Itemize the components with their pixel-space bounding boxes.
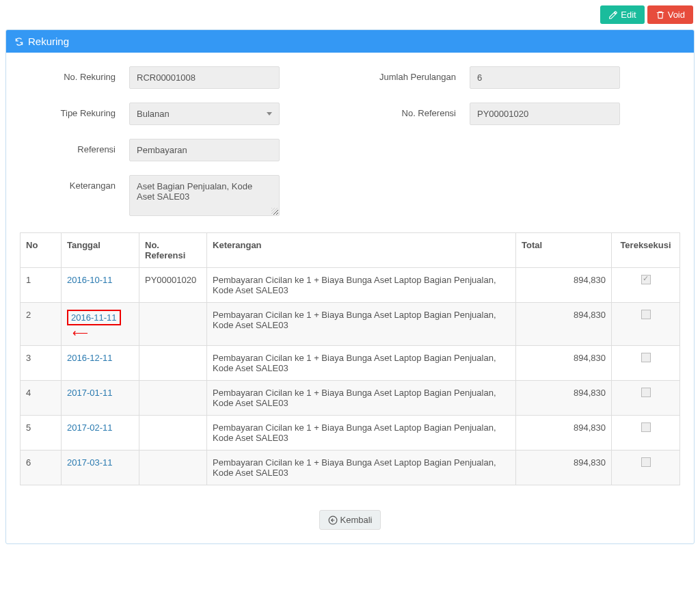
executed-checkbox[interactable] [641, 310, 651, 319]
cell-no: 3 [21, 346, 62, 381]
cell-no: 1 [21, 268, 62, 303]
cell-no-referensi: PY00001020 [139, 268, 207, 303]
resize-handle-icon[interactable] [271, 208, 278, 215]
table-row: 32016-12-11Pembayaran Cicilan ke 1 + Bia… [21, 346, 680, 381]
row-no-rekuring: No. Rekuring RCR00001008 [20, 66, 340, 89]
top-actions: Edit Void [5, 5, 695, 24]
cell-total: 894,830 [516, 451, 612, 485]
date-link[interactable]: 2016-11-11 [71, 312, 117, 323]
date-link[interactable]: 2016-12-11 [67, 353, 113, 363]
rekuring-panel: Rekuring No. Rekuring RCR00001008 Tipe R… [5, 29, 695, 544]
cell-total: 894,830 [516, 381, 612, 416]
field-referensi: Pembayaran [129, 139, 280, 161]
cell-tanggal: 2016-11-11⟵ [62, 303, 139, 346]
table-row: 62017-03-11Pembayaran Cicilan ke 1 + Bia… [21, 451, 680, 485]
chevron-down-icon [267, 112, 272, 116]
table-row: 22016-11-11⟵Pembayaran Cicilan ke 1 + Bi… [21, 303, 680, 346]
panel-header: Rekuring [6, 30, 694, 53]
panel-body: No. Rekuring RCR00001008 Tipe Rekuring B… [6, 53, 694, 543]
th-no-referensi: No. Referensi [139, 233, 207, 268]
th-tereksekusi: Tereksekusi [612, 233, 680, 268]
executed-checkbox[interactable] [641, 457, 651, 467]
cell-total: 894,830 [516, 268, 612, 303]
field-keterangan: Aset Bagian Penjualan, Kode Aset SALE03 [129, 175, 280, 216]
date-link[interactable]: 2017-02-11 [67, 422, 113, 433]
executed-checkbox[interactable] [641, 275, 651, 284]
cell-no-referensi [139, 451, 207, 485]
cell-tanggal: 2016-12-11 [62, 346, 139, 381]
form-grid: No. Rekuring RCR00001008 Tipe Rekuring B… [20, 66, 680, 230]
arrow-left-icon: ⟵ [72, 326, 88, 339]
executed-checkbox[interactable] [641, 422, 651, 432]
back-button[interactable]: Kembali [319, 510, 381, 530]
label-no-referensi: No. Referensi [360, 103, 470, 118]
void-button[interactable]: Void [647, 5, 693, 24]
table-row: 12016-10-11PY00001020Pembayaran Cicilan … [21, 268, 680, 303]
edit-button[interactable]: Edit [600, 5, 644, 24]
label-tipe-rekuring: Tipe Rekuring [20, 103, 129, 118]
table-header-row: No Tanggal No. Referensi Keterangan Tota… [21, 233, 680, 268]
cell-keterangan: Pembayaran Cicilan ke 1 + Biaya Bunga As… [207, 416, 516, 451]
cell-tanggal: 2017-03-11 [62, 451, 139, 485]
field-tipe-rekuring[interactable]: Bulanan [129, 103, 280, 125]
table-body: 12016-10-11PY00001020Pembayaran Cicilan … [21, 268, 680, 485]
cell-no-referensi [139, 381, 207, 416]
table-row: 52017-02-11Pembayaran Cicilan ke 1 + Bia… [21, 416, 680, 451]
cell-keterangan: Pembayaran Cicilan ke 1 + Biaya Bunga As… [207, 346, 516, 381]
th-tanggal: Tanggal [62, 233, 139, 268]
cell-no-referensi [139, 416, 207, 451]
row-keterangan: Keterangan Aset Bagian Penjualan, Kode A… [20, 175, 340, 216]
highlight-box: 2016-11-11 [67, 310, 121, 325]
panel-title: Rekuring [28, 36, 69, 47]
form-right-column: Jumlah Perulangan 6 No. Referensi PY0000… [360, 66, 680, 230]
cell-keterangan: Pembayaran Cicilan ke 1 + Biaya Bunga As… [207, 451, 516, 485]
cell-tereksekusi [612, 303, 680, 346]
cell-tanggal: 2016-10-11 [62, 268, 139, 303]
edit-button-label: Edit [621, 10, 636, 20]
date-link[interactable]: 2017-01-11 [67, 388, 113, 398]
label-no-rekuring: No. Rekuring [20, 66, 129, 82]
cell-no: 5 [21, 416, 62, 451]
row-no-referensi: No. Referensi PY00001020 [360, 103, 680, 125]
back-arrow-icon [328, 515, 338, 525]
label-jumlah-perulangan: Jumlah Perulangan [360, 66, 470, 82]
cell-tereksekusi [612, 416, 680, 451]
date-link[interactable]: 2016-10-11 [67, 275, 113, 285]
row-referensi: Referensi Pembayaran [20, 139, 340, 161]
cell-no-referensi [139, 346, 207, 381]
field-no-rekuring: RCR00001008 [129, 66, 280, 89]
row-tipe-rekuring: Tipe Rekuring Bulanan [20, 103, 340, 125]
th-no: No [21, 233, 62, 268]
cell-tanggal: 2017-01-11 [62, 381, 139, 416]
cell-keterangan: Pembayaran Cicilan ke 1 + Biaya Bunga As… [207, 381, 516, 416]
cell-no-referensi [139, 303, 207, 346]
keterangan-value: Aset Bagian Penjualan, Kode Aset SALE03 [137, 181, 252, 202]
th-total: Total [516, 233, 612, 268]
cell-no: 6 [21, 451, 62, 485]
executed-checkbox[interactable] [641, 353, 651, 362]
trash-icon [656, 10, 665, 20]
cell-tereksekusi [612, 268, 680, 303]
tipe-rekuring-value: Bulanan [137, 109, 170, 119]
cell-tereksekusi [612, 451, 680, 485]
field-jumlah-perulangan: 6 [470, 66, 620, 89]
back-wrap: Kembali [20, 510, 680, 530]
cell-keterangan: Pembayaran Cicilan ke 1 + Biaya Bunga As… [207, 268, 516, 303]
field-no-referensi: PY00001020 [470, 103, 620, 125]
th-keterangan: Keterangan [207, 233, 516, 268]
cell-total: 894,830 [516, 303, 612, 346]
label-referensi: Referensi [20, 139, 129, 154]
edit-icon [608, 10, 618, 20]
cell-total: 894,830 [516, 416, 612, 451]
cell-no: 2 [21, 303, 62, 346]
cell-keterangan: Pembayaran Cicilan ke 1 + Biaya Bunga As… [207, 303, 516, 346]
cell-tereksekusi [612, 346, 680, 381]
executed-checkbox[interactable] [641, 388, 651, 397]
cell-tereksekusi [612, 381, 680, 416]
void-button-label: Void [668, 10, 685, 20]
form-left-column: No. Rekuring RCR00001008 Tipe Rekuring B… [20, 66, 340, 230]
label-keterangan: Keterangan [20, 175, 129, 191]
schedule-table: No Tanggal No. Referensi Keterangan Tota… [20, 232, 680, 485]
date-link[interactable]: 2017-03-11 [67, 457, 113, 468]
cell-total: 894,830 [516, 346, 612, 381]
